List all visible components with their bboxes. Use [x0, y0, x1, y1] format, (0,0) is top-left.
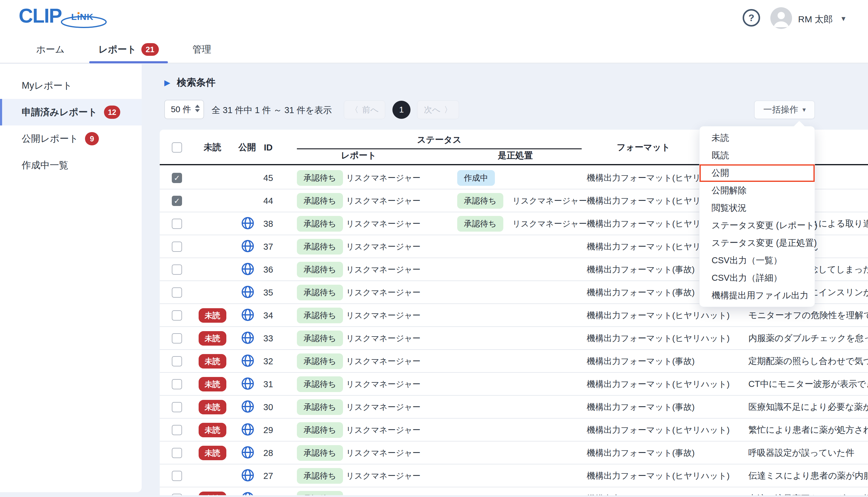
chevron-right-icon: 〉: [444, 104, 452, 115]
row-checkbox[interactable]: [172, 310, 182, 321]
row-checkbox[interactable]: [172, 471, 182, 481]
table-row[interactable]: 未読33承認待ちリスクマネージャー機構出力フォーマット(ヒヤリハット)内服薬のダ…: [160, 327, 868, 350]
format-text: 機構出力フォーマット(ヒヤリハット): [587, 327, 730, 350]
table-row[interactable]: 未読34承認待ちリスクマネージャー機構出力フォーマット(ヒヤリハット)モニターオ…: [160, 304, 868, 327]
bulk-action-button[interactable]: 一括操作 ▾: [754, 100, 815, 119]
row-checkbox[interactable]: [172, 425, 182, 435]
globe-icon: [241, 377, 254, 392]
unread-badge: 未読: [198, 400, 226, 414]
row-checkbox[interactable]: [172, 219, 182, 229]
summary-text: 内服薬のダブルチェックを怠って: [748, 327, 868, 350]
row-checkbox[interactable]: ✓: [172, 196, 182, 206]
row-checkbox[interactable]: [172, 333, 182, 343]
sidebar-count-badge: 9: [85, 132, 99, 145]
next-label: 次へ: [424, 104, 441, 115]
tab-レポート[interactable]: レポート21: [82, 36, 175, 63]
page-size-value: 50 件: [171, 104, 191, 115]
bulk-menu-item[interactable]: 閲覧状況: [700, 199, 815, 217]
user-menu-caret-icon[interactable]: ▾: [841, 14, 845, 23]
table-row[interactable]: 未読26承認待ちリスクマネージャー機構出力フォーマット(ヒヤリハット)点滴の流量…: [160, 487, 868, 495]
unread-badge: 未読: [198, 446, 226, 460]
format-text: 機構出力フォーマット(ヒヤリハット): [587, 373, 730, 396]
bulk-menu-item[interactable]: ステータス変更 (是正処置): [700, 234, 815, 252]
table-row[interactable]: 未読32承認待ちリスクマネージャー機構出力フォーマット(事故)定期配薬の照らし合…: [160, 350, 868, 373]
bulk-menu-item[interactable]: 未読: [700, 129, 815, 147]
report-status-pill: 承認待ち: [297, 170, 343, 186]
expand-triangle-icon: ▶: [164, 78, 170, 87]
report-assignee: リスクマネージャー: [346, 418, 421, 441]
report-status-pill: 承認待ち: [297, 330, 343, 346]
row-id: 33: [256, 327, 280, 350]
sidebar-item[interactable]: Myレポート: [0, 72, 142, 99]
summary-text: 医療知識不足により必要な薬が処: [748, 396, 868, 418]
table-row[interactable]: 未読31承認待ちリスクマネージャー機構出力フォーマット(ヒヤリハット)CT中にモ…: [160, 373, 868, 396]
bulk-menu-item[interactable]: ステータス変更 (レポート): [700, 217, 815, 234]
tab-管理[interactable]: 管理: [176, 36, 228, 63]
report-status-pill: 承認待ち: [297, 193, 343, 209]
report-assignee: リスクマネージャー: [346, 281, 421, 304]
table-row[interactable]: 未読29承認待ちリスクマネージャー機構出力フォーマット(ヒヤリハット)繁忙により…: [160, 418, 868, 441]
col-header-published: 公開: [235, 130, 259, 165]
corrective-status-pill: 承認待ち: [457, 216, 503, 232]
page-size-select[interactable]: 50 件: [164, 100, 204, 119]
row-checkbox[interactable]: [172, 356, 182, 366]
row-checkbox[interactable]: ✓: [172, 173, 182, 183]
table-row[interactable]: 27承認待ちリスクマネージャー機構出力フォーマット(ヒヤリハット)伝達ミスにより…: [160, 465, 868, 487]
table-row[interactable]: 未読28承認待ちリスクマネージャー機構出力フォーマット(事故)呼吸器設定が誤って…: [160, 441, 868, 465]
sidebar-item-label: 作成中一覧: [22, 159, 69, 172]
row-checkbox[interactable]: [172, 448, 182, 458]
globe-icon: [241, 400, 254, 414]
globe-icon: [241, 469, 254, 483]
report-assignee: リスクマネージャー: [346, 212, 421, 235]
bulk-menu-item[interactable]: 機構提出用ファイル出力: [700, 287, 815, 304]
row-checkbox[interactable]: [172, 402, 182, 412]
row-checkbox[interactable]: [172, 494, 182, 495]
summary-text: 呼吸器設定が誤っていた件: [748, 441, 854, 465]
sidebar-count-badge: 12: [104, 105, 120, 119]
sidebar-item[interactable]: 申請済みレポート12: [0, 99, 142, 126]
avatar[interactable]: [770, 7, 792, 29]
report-assignee: リスクマネージャー: [346, 465, 421, 487]
format-text: 機構出力フォーマット(ヒヤリハット): [587, 418, 730, 441]
table-row[interactable]: 未読30承認待ちリスクマネージャー機構出力フォーマット(事故)医療知識不足により…: [160, 396, 868, 418]
bulk-menu-item[interactable]: 公開解除: [700, 182, 815, 199]
bulk-menu-item[interactable]: 既読: [700, 147, 815, 165]
next-page-button[interactable]: 次へ 〉: [417, 100, 459, 119]
row-checkbox[interactable]: [172, 287, 182, 298]
col-header-id: ID: [256, 130, 280, 165]
globe-icon: [241, 216, 254, 231]
col-header-report: レポート: [328, 146, 389, 165]
result-range-text: 全 31 件中 1 件 ～ 31 件を表示: [211, 104, 332, 116]
bulk-menu-item[interactable]: CSV出力（一覧）: [700, 252, 815, 269]
format-text: 機構出力フォーマット(事故): [587, 258, 695, 281]
app-logo[interactable]: CLIP LiNK: [19, 4, 107, 34]
row-id: 37: [256, 235, 280, 258]
search-conditions-toggle[interactable]: ▶ 検索条件: [164, 76, 216, 89]
sidebar: Myレポート申請済みレポート12公開レポート9作成中一覧: [0, 64, 142, 492]
report-assignee: リスクマネージャー: [346, 441, 421, 465]
prev-page-button[interactable]: 〈 前へ: [344, 100, 385, 119]
unread-badge: 未読: [198, 331, 226, 345]
format-text: 機構出力フォーマット(ヒヤリハット): [587, 487, 730, 495]
globe-icon: [241, 239, 254, 254]
tab-count-badge: 21: [141, 43, 159, 56]
sidebar-item[interactable]: 公開レポート9: [0, 126, 142, 152]
user-name[interactable]: RM 太郎: [798, 13, 833, 26]
row-checkbox[interactable]: [172, 242, 182, 252]
format-text: 機構出力フォーマット(事故): [587, 396, 695, 418]
report-status-pill: 承認待ち: [297, 308, 343, 323]
current-page-number: 1: [399, 105, 404, 115]
unread-badge: 未読: [198, 423, 226, 437]
row-checkbox[interactable]: [172, 379, 182, 389]
bulk-menu-item[interactable]: 公開: [700, 165, 815, 182]
tab-ホーム[interactable]: ホーム: [19, 36, 82, 63]
help-icon[interactable]: ?: [742, 9, 760, 27]
summary-text: 点滴の流量変更をリーダーに報告: [748, 487, 868, 495]
current-page-button[interactable]: 1: [393, 101, 411, 119]
format-text: 機構出力フォーマット(ヒヤリハット): [587, 465, 730, 487]
row-checkbox[interactable]: [172, 265, 182, 275]
select-all-checkbox[interactable]: [172, 142, 182, 153]
sidebar-item[interactable]: 作成中一覧: [0, 152, 142, 179]
row-id: 35: [256, 281, 280, 304]
bulk-menu-item[interactable]: CSV出力（詳細）: [700, 269, 815, 287]
